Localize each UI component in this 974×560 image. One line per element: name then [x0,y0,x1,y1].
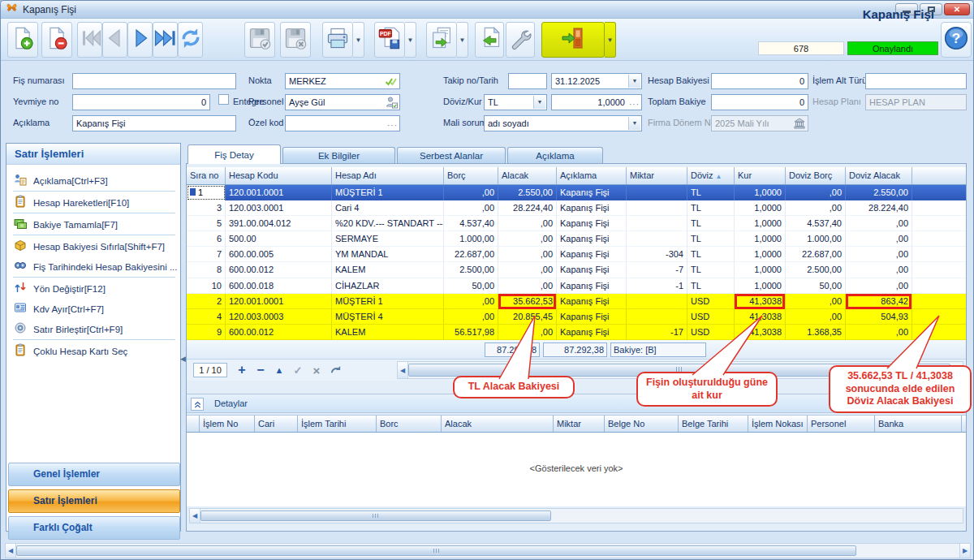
grid-cell-alacak[interactable]: ,00 [498,325,557,340]
grid-cell-kur[interactable]: 1,0000 [735,200,786,216]
scroll-right-icon[interactable]: ▶ [959,544,970,558]
tab-3[interactable]: Serbest Alanlar [397,147,506,164]
details-column-header[interactable]: Borc [377,416,442,432]
grid-row[interactable]: 3120.003.0001Cari 4,0028.224,40Kapanış F… [187,200,966,216]
scroll-left-icon[interactable]: ◀ [190,509,200,523]
grid-cell-sira[interactable]: 3 [187,200,226,216]
grid-cell-dborc[interactable]: ,00 [786,200,846,216]
grid-cell-miktar[interactable]: -304 [627,247,687,262]
save-cancel-button[interactable] [280,22,311,58]
grid-cell-borc[interactable]: ,00 [444,200,498,216]
scrollbar-thumb[interactable] [16,545,856,557]
sidebar-item[interactable]: Kdv Ayır[Ctrl+F7] [7,299,179,319]
grid-cell-miktar[interactable] [627,185,687,200]
grid-cell-adi[interactable]: KALEM [332,325,444,340]
tab-1[interactable]: Fiş Detay [187,144,281,164]
grid-cell-doviz[interactable]: TL [687,231,735,247]
fis-numarasi-field[interactable] [72,73,236,89]
column-header[interactable]: Borç [444,167,498,184]
grid-row[interactable]: 5391.00.004.012%20 KDV.--- STANDART ---4… [187,216,966,231]
sidebar-splitter[interactable]: ◀ [180,355,186,363]
grid-cell-adi[interactable]: KALEM [332,262,444,278]
sidebar-item[interactable]: Yön Değiştir[F12] [7,278,179,299]
last-record-button[interactable] [153,22,178,58]
grid-cell-aciklama[interactable]: Kapanış Fişi [557,309,627,325]
confirm-row-button[interactable]: ✓ [289,361,307,379]
scroll-left-icon[interactable]: ◀ [398,362,408,378]
grid-cell-adi[interactable]: SERMAYE [332,231,444,247]
column-header[interactable]: Döviz ▲ [687,167,735,184]
grid-cell-kur[interactable]: 1,0000 [735,278,786,294]
grid-row[interactable]: 1120.001.0001MÜŞTERİ 1,002.550,00Kapanış… [187,185,966,200]
grid-cell-alacak[interactable]: ,00 [498,262,557,278]
grid-cell-adi[interactable]: MÜŞTERİ 1 [332,185,444,200]
grid-cell-sira[interactable]: 10 [187,278,226,294]
pdf-export-button[interactable]: PDF [374,22,405,58]
grid-cell-adi[interactable]: CİHAZLAR [332,278,444,294]
combo-arrow-icon[interactable]: ▼ [628,75,640,88]
grid-cell-aciklama[interactable]: Kapanış Fişi [557,216,627,231]
yevmiye-no-field[interactable]: 0 [72,94,210,110]
grid-cell-aciklama[interactable]: Kapanış Fişi [557,262,627,278]
grid-cell-kodu[interactable]: 600.00.005 [226,247,332,262]
nokta-field[interactable]: MERKEZ [285,73,400,89]
grid-cell-kodu[interactable]: 500.00 [226,231,332,247]
sidebar-item[interactable]: Bakiye Tamamla[F7] [7,214,179,235]
grid-cell-kodu[interactable]: 120.001.0001 [226,185,332,200]
grid-cell-dalacak[interactable]: 28.224,40 [846,200,912,216]
mali-sorumlu-field[interactable]: adı soyadı▼ [484,115,642,131]
grid-cell-adi[interactable]: Cari 4 [332,200,444,216]
grid-row[interactable]: 6500.00SERMAYE1.000,00,00Kapanış FişiTL1… [187,231,966,247]
save-button[interactable] [244,22,275,58]
window-horizontal-scrollbar[interactable]: ◀ ▶ [5,543,971,558]
tab-4[interactable]: Açıklama [507,147,603,164]
grid-cell-kodu[interactable]: 120.003.0003 [226,309,332,325]
grid-cell-borc[interactable]: ,00 [444,185,498,200]
sidebar-item[interactable]: Satır Birleştir[Ctrl+F9] [7,319,179,339]
grid-row[interactable]: 7600.00.005YM MANDAL22.687,00,00Kapanış … [187,247,966,262]
copy-records-dropdown-button[interactable]: ▼ [457,22,468,58]
grid-cell-kur[interactable]: 1,0000 [735,247,786,262]
tab-2[interactable]: Ek Bilgiler [282,147,395,164]
grid-cell-miktar[interactable] [627,231,687,247]
doviz-field[interactable]: TL▼ [484,94,547,110]
grid-cell-kur[interactable]: 1,0000 [735,262,786,278]
grid-cell-kodu[interactable]: 600.00.012 [226,262,332,278]
grid-row[interactable]: 2120.001.0001MÜŞTERİ 1,0035.662,53Kapanı… [187,294,966,309]
sidebar-item[interactable]: Hesap Bakiyesi Sıfırla[Shift+F7] [7,236,179,256]
column-header[interactable]: Miktar [627,167,687,184]
sidebar-item[interactable]: Açıklama[Ctrl+F3] [7,170,179,191]
grid-cell-borc[interactable]: 50,00 [444,278,498,294]
grid-cell-sira[interactable]: 7 [187,247,226,262]
grid-cell-kodu[interactable]: 120.001.0001 [226,294,332,309]
aciklama-field[interactable]: Kapanış Fişi [72,115,236,131]
column-header[interactable]: Hesap Adı [332,167,444,184]
details-column-header[interactable]: Cari [255,416,298,432]
grid-cell-kur[interactable]: 1,0000 [735,185,786,200]
column-header[interactable]: Açıklama [557,167,627,184]
grid-cell-borc[interactable]: 22.687,00 [444,247,498,262]
delete-row-button[interactable]: − [252,361,269,379]
grid-cell-miktar[interactable]: -17 [627,325,687,340]
grid-cell-adi[interactable]: %20 KDV.--- STANDART --- [332,216,444,231]
grid-cell-dborc[interactable]: ,00 [786,185,846,200]
grid-cell-doviz[interactable]: TL [687,216,735,231]
details-column-header[interactable]: Banka [875,416,962,432]
scroll-left-icon[interactable]: ◀ [6,544,16,558]
new-record-button[interactable] [7,22,38,58]
previous-record-button[interactable] [102,22,127,58]
grid-cell-kur[interactable]: 1,0000 [735,231,786,247]
help-button[interactable]: ? [941,22,972,58]
column-header[interactable]: Doviz Borç [786,167,846,184]
scrollbar-thumb[interactable] [200,510,551,522]
grid-cell-dalacak[interactable]: 504,93 [846,309,912,325]
grid-cell-miktar[interactable] [627,216,687,231]
details-column-header[interactable]: Personel [808,416,875,432]
sidebar-item[interactable]: Fiş Tarihindeki Hesap Bakiyesini ... [7,256,179,277]
grid-cell-aciklama[interactable]: Kapanış Fişi [557,231,627,247]
grid-cell-kodu[interactable]: 600.00.018 [226,278,332,294]
grid-cell-doviz[interactable]: USD [687,325,735,340]
print-button[interactable] [322,22,353,58]
grid-cell-kodu[interactable]: 600.00.012 [226,325,332,340]
ellipsis-button[interactable]: ··· [387,118,398,131]
